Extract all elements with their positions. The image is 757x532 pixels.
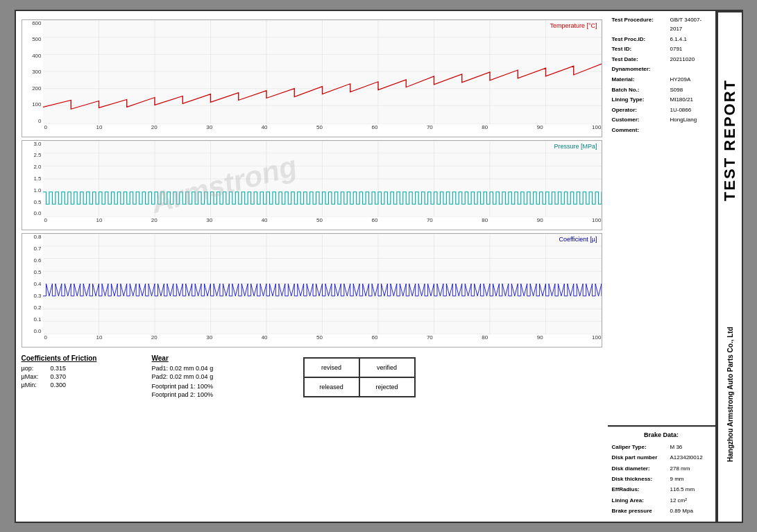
temp-chart-title: Temperature [°C] (550, 22, 597, 29)
lining-row: Lining Type: MI180/21 (612, 95, 711, 105)
operator-label: Operator: (612, 105, 667, 115)
temp-chart-inner: Temperature [°C] (43, 20, 602, 124)
lining-area-value: 12 cm² (670, 496, 687, 506)
material-value: HY209A (670, 75, 691, 85)
u-max-label: µMax: (22, 373, 48, 380)
lining-value: MI180/21 (670, 95, 693, 105)
test-date-label: Test Date: (612, 55, 667, 65)
disk-part-row: Disk part number A12342l0012 (612, 453, 711, 463)
right-panel-wrapper: Test Procedure: GB/T 34007-2017 Test Pro… (608, 11, 742, 522)
eff-radius-label: EffRadius: (612, 485, 667, 495)
coeff-svg (43, 234, 602, 334)
test-id-row: Test ID: 0791 (612, 44, 711, 54)
coeff-x-axis: 0 10 20 30 40 50 60 70 80 90 100 (43, 334, 602, 347)
pad2-label: Pad2: (152, 373, 169, 380)
caliper-value: M 36 (670, 443, 683, 452)
wear-title: Wear (152, 354, 291, 362)
charts-wrapper: Armstrong 600 500 400 300 200 100 0 Temp… (22, 19, 602, 350)
page: Armstrong 600 500 400 300 200 100 0 Temp… (15, 10, 743, 523)
test-proc-id-label: Test Proc.ID: (612, 35, 667, 44)
brake-pressure-value: 0.89 Mpa (670, 506, 693, 516)
status-rejected: rejected (359, 377, 415, 397)
dynamometer-row: Dynamometer: (612, 65, 711, 74)
eff-radius-value: 116.5 mm (670, 485, 695, 495)
comment-label: Comment: (612, 126, 667, 135)
material-row: Material: HY209A (612, 75, 711, 85)
batch-value: S098 (670, 85, 683, 95)
pad1-mm: 0.02 (170, 365, 182, 372)
temperature-chart: 600 500 400 300 200 100 0 Temperature [°… (22, 19, 602, 137)
pad2-g: 0.04 (196, 373, 208, 380)
status-verified: verified (359, 358, 415, 377)
caliper-label: Caliper Type: (612, 443, 667, 452)
u-max-value: 0.370 (51, 373, 67, 380)
status-section: revised verified released rejected (303, 354, 416, 400)
brake-pressure-label: Brake pressure (612, 506, 667, 516)
test-procedure-row: Test Procedure: GB/T 34007-2017 (612, 15, 711, 34)
test-id-value: 0791 (670, 44, 683, 54)
pressure-chart-title: Pressure [MPa] (554, 143, 597, 150)
u-op-row: µop: 0.315 (22, 365, 146, 372)
disk-diameter-value: 278 mm (670, 464, 690, 474)
brake-data-panel: Brake Data: Caliper Type: M 36 Disk part… (608, 427, 715, 522)
right-inner: Test Procedure: GB/T 34007-2017 Test Pro… (608, 11, 715, 522)
caliper-row: Caliper Type: M 36 (612, 443, 711, 452)
lining-area-row: Lining Area: 12 cm² (612, 496, 711, 506)
footprint2-value: 100% (197, 391, 213, 398)
footprint2-row: Footprint pad 2: 100% (152, 391, 291, 398)
test-procedure-label: Test Procedure: (612, 15, 667, 34)
customer-label: Customer: (612, 115, 667, 125)
disk-thickness-value: 9 mm (670, 474, 684, 484)
disk-thickness-label: Disk thickness: (612, 474, 667, 484)
test-date-row: Test Date: 20211020 (612, 55, 711, 65)
status-revised: revised (304, 358, 359, 377)
pressure-y-axis: 3.0 2.5 2.0 1.5 1.0 0.5 0.0 (22, 141, 43, 217)
batch-row: Batch No.: S098 (612, 85, 711, 95)
status-released: released (304, 377, 359, 397)
u-min-value: 0.300 (51, 381, 67, 388)
u-min-label: µMin: (22, 381, 48, 388)
pad2-row: Pad2: 0.02 mm 0.04 g (152, 373, 291, 380)
disk-diameter-label: Disk diameter: (612, 464, 667, 474)
test-date-value: 20211020 (670, 55, 695, 65)
operator-value: 1U-0866 (670, 105, 692, 115)
temp-x-axis: 0 10 20 30 40 50 60 70 80 90 100 (43, 124, 602, 137)
footprint1-value: 100% (197, 383, 213, 390)
test-proc-id-row: Test Proc.ID: 6.1.4.1 (612, 35, 711, 44)
footprint1-row: Footprint pad 1: 100% (152, 383, 291, 390)
lining-label: Lining Type: (612, 95, 667, 105)
material-label: Material: (612, 75, 667, 85)
pressure-chart: 3.0 2.5 2.0 1.5 1.0 0.5 0.0 Pressure [MP… (22, 140, 602, 230)
pad1-g: 0.04 (196, 365, 208, 372)
brake-pressure-row: Brake pressure 0.89 Mpa (612, 506, 711, 516)
test-info-panel: Test Procedure: GB/T 34007-2017 Test Pro… (608, 11, 715, 427)
u-op-value: 0.315 (51, 365, 67, 372)
coeff-chart-inner: Coefficient [µ] (43, 234, 602, 334)
main-content: Armstrong 600 500 400 300 200 100 0 Temp… (16, 11, 608, 522)
test-report-label: TEST REPORT (717, 11, 742, 267)
coeff-section-title: Coefficients of Friction (22, 354, 146, 362)
customer-row: Customer: HongLiang (612, 115, 711, 125)
coefficient-chart: 0.8 0.7 0.6 0.5 0.4 0.3 0.2 0.1 0.0 Coef… (22, 233, 602, 347)
test-procedure-value: GB/T 34007-2017 (670, 15, 711, 34)
coeff-chart-title: Coefficient [µ] (559, 236, 597, 243)
pressure-svg (43, 141, 602, 217)
coeff-y-axis: 0.8 0.7 0.6 0.5 0.4 0.3 0.2 0.1 0.0 (22, 234, 43, 334)
lining-area-label: Lining Area: (612, 496, 667, 506)
test-proc-id-value: 6.1.4.1 (670, 35, 687, 44)
disk-diameter-row: Disk diameter: 278 mm (612, 464, 711, 474)
temp-y-axis: 600 500 400 300 200 100 0 (22, 20, 43, 124)
pad2-mm: 0.02 (170, 373, 182, 380)
brake-data-title: Brake Data: (612, 431, 711, 438)
batch-label: Batch No.: (612, 85, 667, 95)
disk-part-value: A12342l0012 (670, 453, 703, 463)
dynamometer-label: Dynamometer: (612, 65, 667, 74)
u-min-row: µMin: 0.300 (22, 381, 146, 388)
footprint1-label: Footprint pad 1: (152, 383, 196, 390)
pressure-chart-inner: Pressure [MPa] (43, 141, 602, 217)
pressure-x-axis: 0 10 20 30 40 50 60 70 80 90 100 (43, 217, 602, 230)
disk-part-label: Disk part number (612, 453, 667, 463)
test-id-label: Test ID: (612, 44, 667, 54)
u-op-label: µop: (22, 365, 48, 372)
bottom-section: Coefficients of Friction µop: 0.315 µMax… (22, 354, 602, 400)
